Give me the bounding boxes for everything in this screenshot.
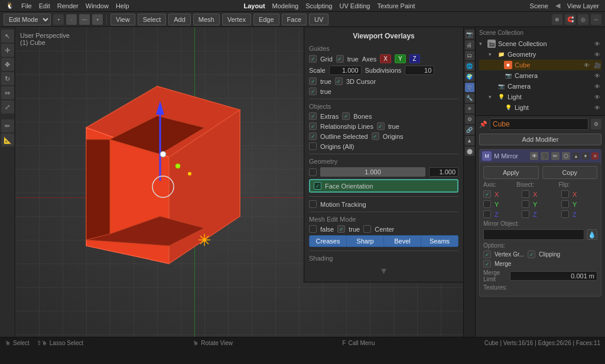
modifier-close-btn[interactable]: ✕ bbox=[591, 152, 599, 160]
props-material[interactable]: ⬤ bbox=[465, 147, 474, 156]
cube-render-vis[interactable]: 🎥 bbox=[593, 61, 601, 69]
props-modifier[interactable]: 🔧 bbox=[465, 93, 474, 103]
uv-editing-tab[interactable]: UV Editing bbox=[337, 2, 372, 9]
flip-z-checkbox[interactable] bbox=[561, 210, 569, 218]
cursor-3d-checkbox[interactable] bbox=[335, 77, 343, 85]
axis-y-btn[interactable]: Y bbox=[395, 54, 406, 63]
apply-btn[interactable]: Apply bbox=[483, 166, 539, 179]
cube-vis[interactable]: 👁 bbox=[583, 61, 591, 69]
tool-cursor[interactable]: ✛ bbox=[1, 44, 14, 57]
proportional-icon[interactable]: ◎ bbox=[578, 14, 588, 25]
viewport[interactable]: User Perspective (1) Cube ● ○ ◑ ◐ ≡ ⊞ Vi… bbox=[15, 27, 463, 337]
modifier-eye-btn[interactable]: 👁 bbox=[530, 152, 538, 160]
mirror-x-checkbox[interactable] bbox=[483, 190, 491, 198]
status-select[interactable]: 🖱 Select bbox=[5, 340, 30, 346]
origins-checkbox[interactable] bbox=[372, 132, 379, 140]
texture-paint-tab[interactable]: Texture Paint bbox=[375, 2, 417, 9]
tool-select[interactable]: ↖ bbox=[1, 30, 14, 43]
collection-camera[interactable]: 📷 Camera 👁 bbox=[479, 81, 601, 92]
modifier-render-btn[interactable]: 🎥 bbox=[541, 152, 549, 160]
props-world[interactable]: 🌍 bbox=[465, 72, 474, 82]
camera-vis[interactable]: 👁 bbox=[593, 82, 601, 90]
tool-measure[interactable]: 📐 bbox=[1, 134, 14, 147]
modifier-cage-btn[interactable]: ⬡ bbox=[562, 152, 570, 160]
props-output[interactable]: 🖨 bbox=[465, 40, 474, 50]
subdivisions-field[interactable] bbox=[405, 66, 434, 75]
eyedropper-btn[interactable]: 💧 bbox=[587, 229, 597, 240]
axis-x-btn[interactable]: X bbox=[380, 54, 391, 63]
modeling-tab[interactable]: Modeling bbox=[270, 2, 301, 9]
clipping-checkbox[interactable] bbox=[528, 251, 535, 258]
menu-edit[interactable]: Edit bbox=[37, 2, 53, 9]
scale-field[interactable] bbox=[329, 66, 362, 75]
bisect-z-checkbox[interactable] bbox=[522, 210, 529, 218]
text-info-checkbox[interactable] bbox=[309, 77, 317, 85]
light-child-vis[interactable]: 👁 bbox=[593, 103, 601, 112]
edges-checkbox[interactable] bbox=[309, 225, 317, 233]
copy-btn[interactable]: Copy bbox=[542, 166, 598, 179]
mesh-btn[interactable]: Mesh bbox=[193, 14, 220, 25]
seams-btn[interactable]: Seams bbox=[421, 235, 458, 247]
props-view-layer[interactable]: 🗂 bbox=[465, 51, 474, 60]
outline-sel-checkbox[interactable] bbox=[309, 132, 317, 140]
bones-checkbox[interactable] bbox=[342, 112, 350, 120]
bevel-btn[interactable]: Bevel bbox=[384, 235, 421, 247]
edge-select[interactable]: — bbox=[79, 14, 90, 25]
edge-btn[interactable]: Edge bbox=[253, 14, 279, 25]
camera-child-vis[interactable]: 👁 bbox=[593, 72, 601, 80]
menu-help[interactable]: Help bbox=[113, 2, 132, 9]
motion-paths-checkbox[interactable] bbox=[377, 122, 385, 130]
mirror-z-checkbox[interactable] bbox=[483, 210, 491, 218]
motion-tracking-checkbox[interactable] bbox=[309, 200, 317, 208]
props-particles[interactable]: ✳ bbox=[465, 104, 474, 113]
bisect-x-checkbox[interactable] bbox=[522, 190, 529, 198]
props-data[interactable]: ▲ bbox=[465, 136, 474, 145]
wireframe-value[interactable] bbox=[429, 167, 458, 177]
faces-checkbox[interactable] bbox=[337, 225, 345, 233]
tool-annotate[interactable]: ✏ bbox=[1, 119, 14, 132]
wireframe-field[interactable] bbox=[320, 167, 425, 177]
menu-window[interactable]: Window bbox=[83, 2, 111, 9]
snap-icon[interactable]: 🧲 bbox=[565, 14, 575, 25]
add-modifier-btn[interactable]: Add Modifier bbox=[479, 134, 601, 145]
sculpting-tab[interactable]: Sculpting bbox=[303, 2, 334, 9]
tool-scale[interactable]: ⇔ bbox=[1, 86, 14, 99]
sharp-btn[interactable]: Sharp bbox=[347, 235, 384, 247]
collection-geometry[interactable]: ▾ 📁 Geometry 👁 bbox=[479, 49, 601, 60]
status-lasso[interactable]: ⇧🖱 Lasso Select bbox=[37, 340, 83, 346]
uv-btn[interactable]: UV bbox=[309, 14, 328, 25]
menu-render[interactable]: Render bbox=[55, 2, 81, 9]
scene-vis[interactable]: 👁 bbox=[593, 40, 601, 48]
props-scene[interactable]: 🌐 bbox=[465, 61, 474, 71]
center-checkbox[interactable] bbox=[363, 225, 371, 233]
annotations-checkbox[interactable] bbox=[309, 87, 317, 95]
props-render[interactable]: 📷 bbox=[465, 30, 474, 39]
origins-all-checkbox[interactable] bbox=[309, 142, 317, 150]
object-name-field[interactable] bbox=[490, 118, 588, 130]
view-btn[interactable]: View bbox=[110, 14, 135, 25]
face-btn[interactable]: Face bbox=[282, 14, 307, 25]
extras-checkbox[interactable] bbox=[309, 112, 317, 120]
light-vis[interactable]: 👁 bbox=[593, 93, 601, 101]
props-physics[interactable]: ⚙ bbox=[465, 115, 474, 124]
mirror-obj-field[interactable] bbox=[483, 229, 584, 240]
menu-file[interactable]: File bbox=[19, 2, 34, 9]
shading-expand[interactable]: ▾ bbox=[309, 264, 458, 277]
mode-select[interactable]: Edit Mode bbox=[4, 14, 51, 25]
face-orientation-checkbox[interactable] bbox=[314, 182, 321, 190]
props-object[interactable]: ▽ bbox=[465, 83, 474, 92]
axis-z-btn[interactable]: Z bbox=[409, 54, 420, 63]
pivot-icon[interactable]: ⊕ bbox=[552, 14, 562, 25]
merge-checkbox[interactable] bbox=[483, 260, 491, 268]
grid-checkbox[interactable] bbox=[309, 55, 317, 63]
collection-camera-child[interactable]: 📷 Camera 👁 bbox=[479, 70, 601, 81]
vertex-btn[interactable]: Vertex bbox=[222, 14, 251, 25]
collection-cube[interactable]: ■ Cube 👁 🎥 bbox=[479, 60, 601, 70]
collection-light[interactable]: ▾ 💡 Light 👁 bbox=[479, 92, 601, 102]
transform-icon[interactable]: ↔ bbox=[591, 14, 601, 25]
cube-object[interactable] bbox=[51, 63, 269, 311]
collection-scene[interactable]: ▾ 🎬 Scene Collection 👁 bbox=[479, 38, 601, 49]
flip-y-checkbox[interactable] bbox=[561, 200, 569, 208]
bisect-y-checkbox[interactable] bbox=[522, 200, 529, 208]
blender-logo[interactable]: 🐧 bbox=[4, 2, 17, 9]
